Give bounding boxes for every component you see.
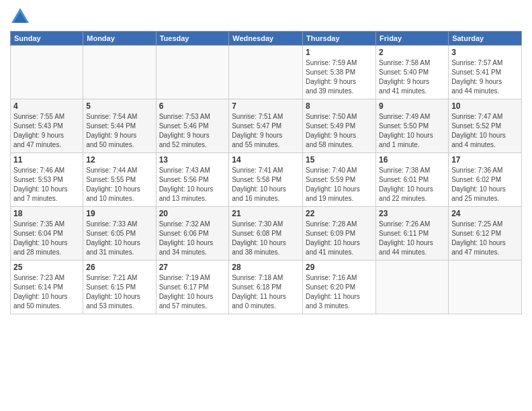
week-row-1: 1Sunrise: 7:59 AM Sunset: 5:38 PM Daylig… bbox=[11, 46, 522, 99]
day-info: Sunrise: 7:26 AM Sunset: 6:11 PM Dayligh… bbox=[379, 220, 445, 257]
day-number: 8 bbox=[306, 101, 373, 111]
day-number: 24 bbox=[451, 209, 519, 218]
day-info: Sunrise: 7:18 AM Sunset: 6:18 PM Dayligh… bbox=[232, 273, 300, 311]
day-info: Sunrise: 7:49 AM Sunset: 5:50 PM Dayligh… bbox=[379, 112, 445, 150]
day-number: 23 bbox=[379, 209, 445, 218]
day-number: 13 bbox=[159, 155, 226, 165]
weekday-monday: Monday bbox=[83, 32, 156, 46]
day-number: 2 bbox=[379, 48, 445, 57]
calendar-cell: 21Sunrise: 7:30 AM Sunset: 6:08 PM Dayli… bbox=[229, 207, 303, 261]
calendar-cell: 19Sunrise: 7:33 AM Sunset: 6:05 PM Dayli… bbox=[83, 207, 156, 261]
calendar-cell: 4Sunrise: 7:55 AM Sunset: 5:43 PM Daylig… bbox=[11, 99, 83, 153]
week-row-5: 25Sunrise: 7:23 AM Sunset: 6:14 PM Dayli… bbox=[11, 261, 522, 314]
day-info: Sunrise: 7:58 AM Sunset: 5:40 PM Dayligh… bbox=[379, 58, 445, 96]
page: SundayMondayTuesdayWednesdayThursdayFrid… bbox=[0, 0, 532, 411]
day-number: 14 bbox=[232, 155, 300, 165]
calendar-cell bbox=[156, 46, 229, 99]
day-info: Sunrise: 7:41 AM Sunset: 5:58 PM Dayligh… bbox=[232, 166, 300, 203]
calendar-cell: 2Sunrise: 7:58 AM Sunset: 5:40 PM Daylig… bbox=[376, 46, 449, 99]
day-number: 12 bbox=[86, 155, 152, 165]
day-number: 19 bbox=[86, 209, 152, 218]
day-info: Sunrise: 7:40 AM Sunset: 5:59 PM Dayligh… bbox=[306, 166, 373, 203]
day-info: Sunrise: 7:38 AM Sunset: 6:01 PM Dayligh… bbox=[379, 166, 445, 203]
calendar-cell: 7Sunrise: 7:51 AM Sunset: 5:47 PM Daylig… bbox=[229, 99, 303, 153]
weekday-wednesday: Wednesday bbox=[229, 32, 303, 46]
calendar-cell bbox=[229, 46, 303, 99]
day-number: 1 bbox=[306, 48, 373, 57]
day-info: Sunrise: 7:23 AM Sunset: 6:14 PM Dayligh… bbox=[13, 273, 80, 311]
day-number: 16 bbox=[379, 155, 445, 165]
day-info: Sunrise: 7:35 AM Sunset: 6:04 PM Dayligh… bbox=[13, 220, 80, 257]
calendar-cell: 26Sunrise: 7:21 AM Sunset: 6:15 PM Dayli… bbox=[83, 261, 156, 314]
calendar-cell: 16Sunrise: 7:38 AM Sunset: 6:01 PM Dayli… bbox=[376, 153, 449, 207]
calendar-table: SundayMondayTuesdayWednesdayThursdayFrid… bbox=[10, 31, 522, 314]
day-number: 29 bbox=[306, 263, 373, 272]
day-info: Sunrise: 7:53 AM Sunset: 5:46 PM Dayligh… bbox=[159, 112, 226, 150]
day-info: Sunrise: 7:54 AM Sunset: 5:44 PM Dayligh… bbox=[86, 112, 152, 150]
logo-icon bbox=[10, 7, 30, 27]
day-info: Sunrise: 7:47 AM Sunset: 5:52 PM Dayligh… bbox=[451, 112, 519, 150]
weekday-sunday: Sunday bbox=[11, 32, 83, 46]
day-number: 27 bbox=[159, 263, 226, 272]
day-info: Sunrise: 7:59 AM Sunset: 5:38 PM Dayligh… bbox=[306, 58, 373, 96]
day-number: 7 bbox=[232, 101, 300, 111]
week-row-4: 18Sunrise: 7:35 AM Sunset: 6:04 PM Dayli… bbox=[11, 207, 522, 261]
calendar-cell: 8Sunrise: 7:50 AM Sunset: 5:49 PM Daylig… bbox=[303, 99, 376, 153]
day-number: 9 bbox=[379, 101, 445, 111]
day-info: Sunrise: 7:30 AM Sunset: 6:08 PM Dayligh… bbox=[232, 220, 300, 257]
day-number: 3 bbox=[451, 48, 519, 57]
day-number: 25 bbox=[13, 263, 80, 272]
calendar-cell bbox=[449, 261, 522, 314]
weekday-thursday: Thursday bbox=[303, 32, 376, 46]
calendar-cell bbox=[11, 46, 83, 99]
calendar-cell bbox=[376, 261, 449, 314]
day-info: Sunrise: 7:36 AM Sunset: 6:02 PM Dayligh… bbox=[451, 166, 519, 203]
weekday-header-row: SundayMondayTuesdayWednesdayThursdayFrid… bbox=[11, 32, 522, 46]
day-info: Sunrise: 7:28 AM Sunset: 6:09 PM Dayligh… bbox=[306, 220, 373, 257]
weekday-friday: Friday bbox=[376, 32, 449, 46]
day-info: Sunrise: 7:16 AM Sunset: 6:20 PM Dayligh… bbox=[306, 273, 373, 311]
calendar-cell: 25Sunrise: 7:23 AM Sunset: 6:14 PM Dayli… bbox=[11, 261, 83, 314]
day-info: Sunrise: 7:32 AM Sunset: 6:06 PM Dayligh… bbox=[159, 220, 226, 257]
day-number: 11 bbox=[13, 155, 80, 165]
calendar-cell: 15Sunrise: 7:40 AM Sunset: 5:59 PM Dayli… bbox=[303, 153, 376, 207]
calendar-cell: 22Sunrise: 7:28 AM Sunset: 6:09 PM Dayli… bbox=[303, 207, 376, 261]
calendar-cell: 6Sunrise: 7:53 AM Sunset: 5:46 PM Daylig… bbox=[156, 99, 229, 153]
svg-rect-2 bbox=[17, 19, 24, 23]
weekday-tuesday: Tuesday bbox=[156, 32, 229, 46]
day-number: 28 bbox=[232, 263, 300, 272]
calendar-cell: 17Sunrise: 7:36 AM Sunset: 6:02 PM Dayli… bbox=[449, 153, 522, 207]
day-number: 15 bbox=[306, 155, 373, 165]
day-info: Sunrise: 7:51 AM Sunset: 5:47 PM Dayligh… bbox=[232, 112, 300, 150]
calendar-cell: 23Sunrise: 7:26 AM Sunset: 6:11 PM Dayli… bbox=[376, 207, 449, 261]
header bbox=[10, 7, 522, 27]
day-number: 4 bbox=[13, 101, 80, 111]
day-number: 26 bbox=[86, 263, 152, 272]
day-info: Sunrise: 7:57 AM Sunset: 5:41 PM Dayligh… bbox=[451, 58, 519, 96]
day-number: 6 bbox=[159, 101, 226, 111]
weekday-saturday: Saturday bbox=[449, 32, 522, 46]
calendar-cell: 3Sunrise: 7:57 AM Sunset: 5:41 PM Daylig… bbox=[449, 46, 522, 99]
day-info: Sunrise: 7:19 AM Sunset: 6:17 PM Dayligh… bbox=[159, 273, 226, 311]
day-info: Sunrise: 7:33 AM Sunset: 6:05 PM Dayligh… bbox=[86, 220, 152, 257]
day-number: 21 bbox=[232, 209, 300, 218]
calendar-cell: 14Sunrise: 7:41 AM Sunset: 5:58 PM Dayli… bbox=[229, 153, 303, 207]
calendar-cell: 5Sunrise: 7:54 AM Sunset: 5:44 PM Daylig… bbox=[83, 99, 156, 153]
calendar-cell: 28Sunrise: 7:18 AM Sunset: 6:18 PM Dayli… bbox=[229, 261, 303, 314]
calendar-cell: 24Sunrise: 7:25 AM Sunset: 6:12 PM Dayli… bbox=[449, 207, 522, 261]
calendar-cell: 10Sunrise: 7:47 AM Sunset: 5:52 PM Dayli… bbox=[449, 99, 522, 153]
day-number: 17 bbox=[451, 155, 519, 165]
day-info: Sunrise: 7:46 AM Sunset: 5:53 PM Dayligh… bbox=[13, 166, 80, 203]
day-number: 20 bbox=[159, 209, 226, 218]
calendar-cell: 27Sunrise: 7:19 AM Sunset: 6:17 PM Dayli… bbox=[156, 261, 229, 314]
week-row-2: 4Sunrise: 7:55 AM Sunset: 5:43 PM Daylig… bbox=[11, 99, 522, 153]
day-info: Sunrise: 7:21 AM Sunset: 6:15 PM Dayligh… bbox=[86, 273, 152, 311]
calendar-cell: 20Sunrise: 7:32 AM Sunset: 6:06 PM Dayli… bbox=[156, 207, 229, 261]
calendar-cell: 29Sunrise: 7:16 AM Sunset: 6:20 PM Dayli… bbox=[303, 261, 376, 314]
day-info: Sunrise: 7:55 AM Sunset: 5:43 PM Dayligh… bbox=[13, 112, 80, 150]
day-number: 5 bbox=[86, 101, 152, 111]
day-info: Sunrise: 7:50 AM Sunset: 5:49 PM Dayligh… bbox=[306, 112, 373, 150]
calendar-cell bbox=[83, 46, 156, 99]
day-number: 10 bbox=[451, 101, 519, 111]
day-number: 22 bbox=[306, 209, 373, 218]
